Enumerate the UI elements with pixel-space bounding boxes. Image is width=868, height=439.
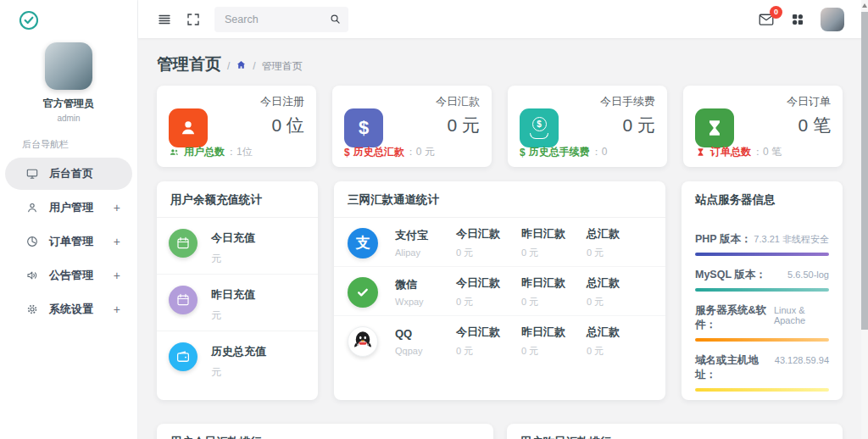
sidebar-item-label: 系统设置 [49, 302, 93, 317]
sidebar-item-settings[interactable]: 系统设置 + [5, 293, 132, 325]
sidebar-item-users[interactable]: 用户管理 + [5, 192, 132, 224]
channel-col-label: 总汇款 [587, 226, 652, 242]
stat-footer-value: ：0 [592, 145, 608, 159]
server-row-host: 域名或主机地址： 43.128.59.94 [695, 353, 829, 392]
stat-card-fees: 今日手续费 $ 0 元 $ 历史总手续费 ：0 [508, 86, 667, 167]
channel-name: QQ [395, 326, 434, 342]
channel-name: 微信 [395, 277, 434, 293]
card-title: 用户昨日汇款排行 [507, 424, 843, 439]
hourglass-icon [695, 108, 734, 147]
monitor-icon [25, 167, 39, 181]
channel-col-value: 0 元 [456, 345, 521, 358]
scrollbar-thumb[interactable] [861, 12, 868, 330]
stat-title: 今日订单 [695, 94, 831, 109]
channel-row-wechat: 微信 Wxpay 今日汇款0 元 昨日汇款0 元 总汇款0 元 [334, 267, 665, 316]
sidebar-item-label: 后台首页 [49, 166, 93, 181]
expand-plus-icon[interactable]: + [114, 201, 120, 214]
channel-subtitle: Qqpay [395, 346, 456, 356]
brand-logo-icon [17, 8, 41, 32]
apps-button[interactable] [790, 12, 805, 27]
qq-penguin-icon [348, 326, 378, 357]
stat-title: 今日注册 [169, 94, 304, 109]
card-title: 用户今日汇款排行 [157, 424, 493, 439]
recharge-value: 元 [211, 308, 255, 323]
profile-name: 官方管理员 [0, 97, 137, 111]
channel-col-value: 0 元 [587, 247, 652, 259]
search-box [214, 7, 348, 32]
stat-value: 0 元 [622, 114, 655, 137]
channel-row-alipay: 支 支付宝 Alipay 今日汇款0 元 昨日汇款0 元 总汇款0 元 [334, 218, 665, 267]
server-value: Linux & Apache [774, 305, 829, 325]
vertical-scrollbar[interactable] [861, 0, 868, 439]
sidebar-item-label: 用户管理 [49, 200, 93, 215]
nav-section-label: 后台导航栏 [0, 123, 137, 158]
server-value: 43.128.59.94 [775, 355, 829, 365]
channel-col-value: 0 元 [521, 345, 587, 358]
calendar-today-icon [169, 229, 198, 258]
calendar-yesterday-icon [169, 286, 198, 314]
recharge-row-total: 历史总充值 元 [157, 331, 318, 387]
channel-col-label: 昨日汇款 [521, 275, 587, 291]
server-label: 服务器系统&软件： [695, 303, 774, 332]
server-label: MySQL 版本： [695, 268, 766, 282]
wechat-icon [348, 277, 378, 308]
server-row-os: 服务器系统&软件： Linux & Apache [695, 303, 829, 342]
fullscreen-icon[interactable] [186, 12, 201, 27]
server-row-mysql: MySQL 版本： 5.6.50-log [695, 268, 829, 292]
expand-plus-icon[interactable]: + [114, 235, 120, 248]
breadcrumb-separator: / [227, 60, 230, 72]
stat-card-registrations: 今日注册 0 位 用户总数 ：1位 [157, 86, 316, 167]
channel-col-value: 0 元 [587, 345, 652, 358]
recharge-label: 历史总充值 [211, 342, 266, 359]
ranking-card-yesterday: 用户昨日汇款排行 用户头像 用户ID 用户排名 昨日汇款 详细记录 [507, 424, 843, 439]
coin-icon: $ [520, 147, 526, 158]
main-content: 管理首页 / / 管理首页 今日注册 0 位 [138, 38, 868, 439]
channel-stats-card: 三网汇款通道统计 支 支付宝 Alipay 今日汇款0 元 昨日汇款0 元 总汇… [334, 181, 665, 400]
coin-deposit-icon: $ [520, 108, 559, 147]
stat-footer-label: 历史总手续费 [529, 145, 590, 159]
recharge-row-today: 今日充值 元 [157, 218, 318, 275]
pie-chart-icon [25, 235, 39, 248]
stat-card-orders: 今日订单 0 笔 订单总数 ：0 笔 [683, 86, 843, 167]
home-icon[interactable] [236, 59, 247, 70]
stat-cards-row: 今日注册 0 位 用户总数 ：1位 今日汇款 [157, 86, 843, 167]
search-icon[interactable] [329, 13, 342, 25]
expand-plus-icon[interactable]: + [114, 269, 120, 282]
dollar-icon: $ [344, 147, 350, 158]
recharge-row-yesterday: 昨日充值 元 [157, 275, 318, 331]
mail-button[interactable]: 0 [758, 12, 775, 27]
progress-bar [695, 338, 829, 342]
gear-icon [25, 303, 39, 316]
ranking-card-today: 用户今日汇款排行 用户头像 用户ID 用户排名 今日汇款 详细记录 [157, 424, 493, 439]
stat-value: 0 元 [447, 114, 480, 137]
profile-avatar[interactable] [45, 42, 92, 90]
sidebar-profile: 官方管理员 admin [0, 36, 137, 123]
server-row-php: PHP 版本： 7.3.21 非线程安全 [695, 232, 829, 256]
sidebar-item-home[interactable]: 后台首页 [5, 158, 132, 190]
server-label: 域名或主机地址： [695, 353, 775, 382]
stat-footer-value: ：0 元 [406, 145, 435, 159]
channel-col-label: 总汇款 [587, 275, 652, 291]
recharge-stats-card: 用户余额充值统计 今日充值 元 [157, 181, 318, 400]
stat-value: 0 位 [271, 114, 304, 137]
channel-col-label: 昨日汇款 [521, 325, 587, 340]
mail-badge: 0 [770, 6, 782, 19]
stat-footer-label: 用户总数 [184, 145, 225, 159]
topbar-avatar[interactable] [821, 8, 844, 31]
sidebar-item-orders[interactable]: 订单管理 + [5, 225, 132, 258]
channel-col-value: 0 元 [521, 296, 587, 308]
hamburger-menu-icon[interactable] [157, 12, 172, 27]
expand-plus-icon[interactable]: + [114, 303, 120, 316]
dollar-icon: $ [344, 108, 383, 147]
scroll-up-arrow-icon[interactable] [862, 3, 867, 8]
breadcrumb-current[interactable]: 管理首页 [262, 59, 303, 74]
channel-subtitle: Alipay [395, 247, 456, 258]
channel-col-value: 0 元 [587, 296, 652, 308]
brand-logo[interactable] [0, 0, 137, 36]
stat-footer-label: 订单总数 [710, 145, 751, 159]
stat-value: 0 笔 [798, 114, 831, 137]
page-title: 管理首页 [157, 53, 221, 75]
profile-username: admin [0, 114, 137, 123]
server-info-card: 站点服务器信息 PHP 版本： 7.3.21 非线程安全 MySQL 版本： [682, 181, 843, 400]
sidebar-item-announcements[interactable]: 公告管理 + [5, 259, 132, 292]
